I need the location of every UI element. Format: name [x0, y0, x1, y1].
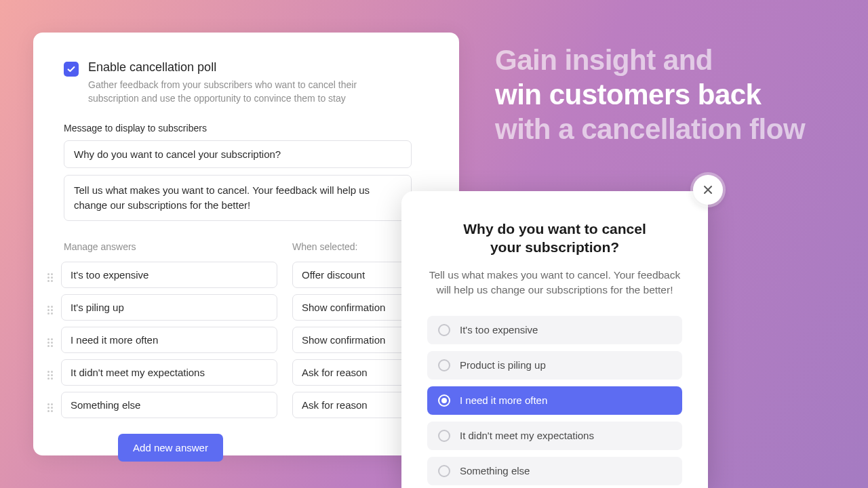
message-section-label: Message to display to subscribers — [64, 123, 429, 134]
admin-settings-card: Enable cancellation poll Gather feedback… — [33, 33, 459, 455]
close-icon — [703, 184, 713, 195]
answer-input[interactable]: It's too expensive — [61, 262, 277, 288]
option-label: Something else — [460, 465, 530, 476]
answer-input[interactable]: It's piling up — [61, 294, 277, 321]
cancel-option[interactable]: I need it more often — [427, 386, 682, 415]
checkmark-icon — [66, 64, 76, 74]
drag-handle-icon[interactable] — [47, 272, 56, 284]
drag-handle-icon[interactable] — [47, 304, 56, 317]
message-title-input[interactable]: Why do you want to cancel your subscript… — [64, 140, 412, 168]
manage-answers-label: Manage answers — [64, 241, 277, 252]
headline-line2: win customers back — [495, 79, 761, 110]
cancel-option[interactable]: Product is piling up — [427, 351, 682, 380]
headline-line3: with a cancellation flow — [495, 113, 805, 145]
enable-poll-checkbox[interactable] — [64, 62, 79, 77]
popup-subtitle: Tell us what makes you want to cancel. Y… — [427, 268, 682, 298]
message-body-input[interactable]: Tell us what makes you want to cancel. Y… — [64, 175, 412, 221]
cancel-option[interactable]: It's too expensive — [427, 316, 682, 344]
radio-icon — [438, 324, 450, 336]
answer-input[interactable]: I need it more often — [61, 327, 277, 353]
drag-handle-icon[interactable] — [47, 337, 56, 349]
answer-input[interactable]: It didn't meet my expectations — [61, 359, 277, 386]
cancellation-popup: Why do you want to cancel your subscript… — [401, 191, 708, 488]
enable-poll-title: Enable cancellation poll — [88, 60, 359, 75]
answer-input[interactable]: Something else — [61, 392, 277, 418]
radio-icon — [438, 394, 450, 407]
headline-line1: Gain insight and — [495, 44, 713, 76]
option-label: It didn't meet my expectations — [460, 430, 594, 441]
close-button[interactable] — [693, 175, 723, 205]
option-label: I need it more often — [460, 394, 547, 406]
popup-options: It's too expensive Product is piling up … — [427, 316, 682, 485]
popup-title: Why do you want to cancel your subscript… — [453, 220, 656, 257]
radio-icon — [438, 465, 450, 477]
enable-poll-subtitle: Gather feedback from your subscribers wh… — [88, 79, 359, 105]
marketing-headline: Gain insight and win customers back with… — [495, 43, 848, 147]
drag-handle-icon[interactable] — [47, 402, 56, 414]
cancel-option[interactable]: It didn't meet my expectations — [427, 422, 682, 450]
drag-handle-icon[interactable] — [47, 369, 56, 382]
add-answer-button[interactable]: Add new answer — [118, 434, 223, 462]
option-label: Product is piling up — [460, 359, 546, 371]
radio-icon — [438, 359, 450, 371]
radio-icon — [438, 430, 450, 442]
cancel-option[interactable]: Something else — [427, 457, 682, 485]
option-label: It's too expensive — [460, 324, 538, 336]
